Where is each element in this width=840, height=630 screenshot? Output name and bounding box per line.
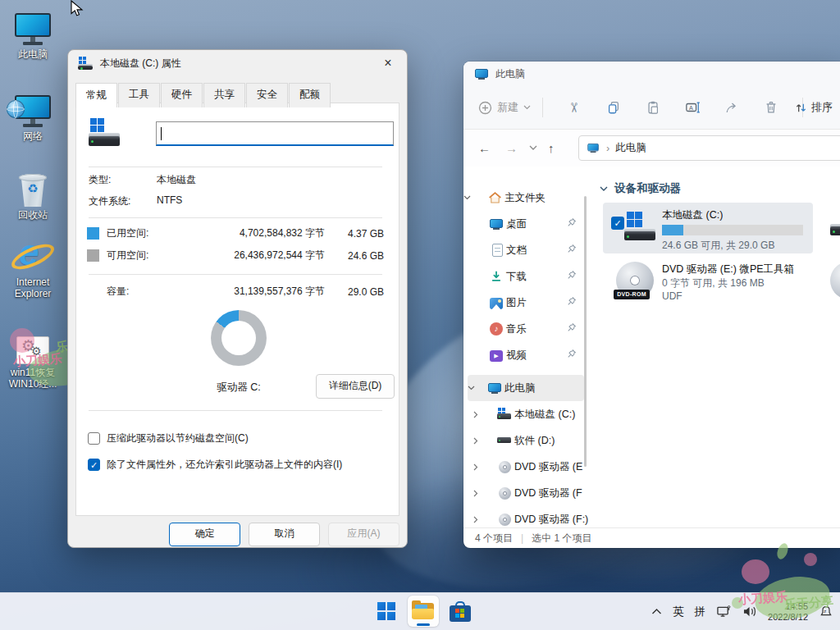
desktop-icon-recycle-bin[interactable]: ♻ 回收站: [2, 169, 64, 221]
sidebar-item-pictures[interactable]: 图片: [463, 290, 588, 316]
tab-general[interactable]: 常规: [75, 83, 117, 107]
checkbox-unchecked[interactable]: [88, 432, 100, 445]
up-button[interactable]: ↑: [548, 141, 555, 155]
sidebar-item-desktop[interactable]: 桌面: [463, 211, 588, 237]
ok-button[interactable]: 确定: [169, 523, 240, 546]
taskbar-file-explorer[interactable]: [408, 596, 439, 627]
used-space-row: 已用空间: 4,702,584,832 字节 4.37 GB: [87, 226, 384, 240]
sidebar-item-home[interactable]: 主文件夹: [463, 185, 588, 211]
volume-label-input[interactable]: [156, 121, 394, 146]
ime-mode-indicator[interactable]: 拼: [695, 605, 706, 619]
sidebar-item-this-pc[interactable]: 此电脑: [468, 375, 584, 401]
cancel-button[interactable]: 取消: [249, 523, 320, 546]
breadcrumb[interactable]: 此电脑: [615, 141, 646, 155]
checkbox-checked[interactable]: ✓: [88, 459, 100, 471]
address-bar[interactable]: › 此电脑: [578, 135, 840, 161]
chevron-right-icon: [473, 437, 478, 445]
folder-icon: [412, 602, 435, 620]
dvd-disc-icon: DVD-ROM: [616, 262, 654, 299]
network-icon[interactable]: [716, 605, 732, 619]
history-chevron-icon[interactable]: [529, 145, 537, 151]
cut-button[interactable]: ✂: [560, 94, 588, 121]
sort-button[interactable]: 排序: [795, 100, 833, 115]
sidebar-scrollbar[interactable]: [584, 196, 587, 467]
free-space-swatch: [87, 249, 99, 262]
tab-quota[interactable]: 配额: [289, 83, 331, 107]
group-header-devices[interactable]: 设备和驱动器: [600, 181, 681, 196]
back-button[interactable]: ←: [478, 141, 491, 155]
tab-tools[interactable]: 工具: [118, 83, 160, 107]
drive-tile-c[interactable]: ✓ 本地磁盘 (C:) 24.6 GB 可用, 共 29.0 GB: [603, 203, 813, 253]
start-button[interactable]: [371, 596, 402, 627]
compress-checkbox-label: 压缩此驱动器以节约磁盘空间(C): [107, 431, 249, 445]
compress-checkbox-row[interactable]: 压缩此驱动器以节约磁盘空间(C): [88, 431, 249, 445]
internet-explorer-icon: e: [11, 238, 54, 274]
drive-c-icon: [89, 118, 121, 146]
sidebar-item-drive-c[interactable]: 本地磁盘 (C:): [463, 401, 588, 427]
chevron-down-icon: [600, 186, 608, 192]
pin-icon: [567, 270, 577, 280]
sidebar-item-drive-d[interactable]: 软件 (D:): [463, 427, 588, 454]
sidebar-item-label: 桌面: [506, 217, 527, 231]
details-button[interactable]: 详细信息(D): [316, 374, 395, 399]
desktop: 此电脑 网络 ♻ 回收站 e Internet Explorer ⚙⚙ win1…: [0, 0, 840, 630]
pin-icon: [567, 296, 577, 306]
this-pc-icon: [15, 13, 51, 46]
sidebar-item-label: 图片: [506, 296, 527, 310]
desktop-icon-label: Internet Explorer: [2, 276, 64, 299]
copy-button[interactable]: [600, 94, 628, 121]
capacity-row: 容量: 31,139,557,376 字节 29.0 GB: [87, 285, 384, 299]
drive-tile-dvd-e[interactable]: DVD-ROM DVD 驱动器 (E:) 微PE工具箱 0 字节 可用, 共 1…: [603, 257, 813, 306]
rename-button[interactable]: A: [678, 94, 706, 121]
tray-chevron-up-icon[interactable]: [651, 608, 662, 615]
sidebar-item-label: 本地磁盘 (C:): [514, 408, 575, 422]
index-checkbox-row[interactable]: ✓ 除了文件属性外，还允许索引此驱动器上文件的内容(I): [88, 458, 342, 472]
speaker-icon[interactable]: [742, 605, 757, 618]
desktop-icon-network[interactable]: 网络: [2, 90, 64, 142]
desktop-icon-internet-explorer[interactable]: e Internet Explorer: [2, 236, 64, 299]
dialog-titlebar[interactable]: 本地磁盘 (C:) 属性: [68, 50, 407, 76]
desktop-icon-this-pc[interactable]: 此电脑: [2, 8, 64, 60]
sidebar-item-documents[interactable]: 文档: [463, 237, 588, 263]
apply-button[interactable]: 应用(A): [328, 523, 399, 546]
clock[interactable]: 14:55 2022/8/12: [768, 601, 808, 623]
sort-label: 排序: [811, 100, 833, 115]
tab-sharing[interactable]: 共享: [203, 83, 245, 107]
dialog-tabs: 常规 工具 硬件 共享 安全 配额: [75, 83, 331, 107]
close-button[interactable]: ×: [371, 51, 405, 75]
forward-button[interactable]: →: [505, 141, 518, 155]
sidebar-item-dvd-e[interactable]: DVD 驱动器 (E: [463, 454, 588, 480]
sidebar-item-videos[interactable]: ▶ 视频: [463, 342, 588, 368]
paste-button[interactable]: [639, 94, 667, 121]
share-button[interactable]: [718, 94, 746, 121]
sidebar-item-dvd-f[interactable]: DVD 驱动器 (F: [463, 480, 588, 506]
desktop-icon-win11-restore[interactable]: ⚙⚙ win11恢复WIN10经...: [2, 326, 64, 390]
delete-button[interactable]: [757, 94, 785, 121]
this-pc-icon: [485, 381, 504, 395]
explorer-titlebar[interactable]: 此电脑: [463, 62, 840, 86]
pictures-icon: [486, 297, 506, 309]
checkbox-checked[interactable]: ✓: [611, 217, 624, 230]
notification-bell-icon[interactable]: z: [819, 605, 833, 619]
sidebar-item-music[interactable]: ♪ 音乐: [463, 316, 588, 342]
taskbar-microsoft-store[interactable]: [445, 596, 476, 627]
plus-circle-icon: [478, 101, 492, 115]
ime-language-indicator[interactable]: 英: [673, 605, 684, 619]
recycle-bin-icon: ♻: [19, 172, 47, 207]
used-space-swatch: [87, 227, 99, 240]
capacity-gb: 29.0 GB: [325, 286, 384, 298]
filesystem-value: NTFS: [157, 194, 182, 206]
tab-hardware[interactable]: 硬件: [161, 83, 203, 107]
used-space-bytes: 4,702,584,832 字节: [179, 226, 325, 240]
clock-time: 14:55: [768, 601, 808, 612]
new-button-label: 新建: [497, 100, 518, 115]
tab-security[interactable]: 安全: [246, 83, 288, 107]
sidebar-item-downloads[interactable]: 下载: [463, 263, 588, 290]
sidebar-item-label: DVD 驱动器 (E: [514, 460, 582, 474]
capacity-label: 容量:: [107, 285, 179, 299]
chevron-right-icon: [473, 463, 478, 471]
trash-icon: [764, 100, 778, 115]
new-button[interactable]: 新建: [478, 100, 531, 115]
pin-icon: [567, 217, 577, 227]
separator: [89, 410, 382, 411]
